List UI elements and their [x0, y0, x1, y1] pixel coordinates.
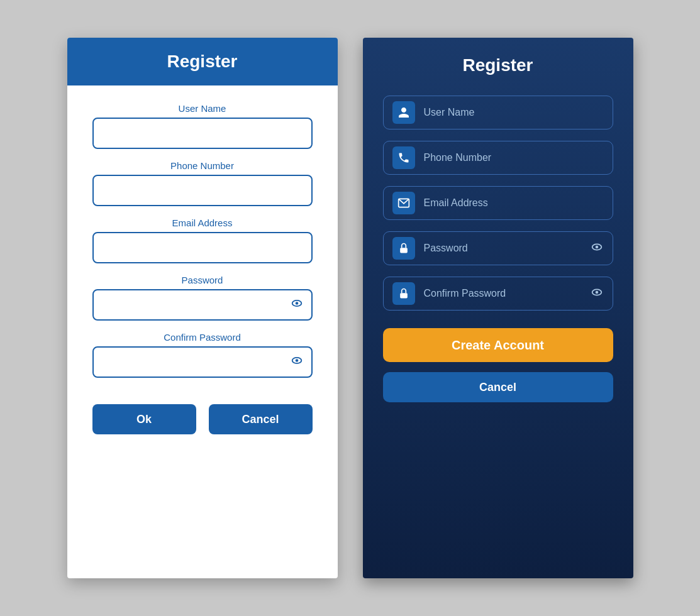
right-card-header: Register [363, 38, 633, 88]
email-field-group: Email Address [92, 217, 313, 263]
left-card-title: Register [67, 52, 338, 72]
username-label: User Name [92, 103, 313, 114]
email-input-wrap [92, 232, 313, 263]
email-label: Email Address [92, 217, 313, 228]
right-card-body: Create Account Cancel [363, 88, 633, 578]
dark-phone-input[interactable] [424, 152, 604, 163]
right-card-title: Register [363, 55, 633, 75]
svg-point-7 [595, 245, 598, 248]
dark-confirm-password-input[interactable] [424, 288, 585, 299]
left-button-row: Ok Cancel [92, 404, 313, 434]
phone-input[interactable] [92, 175, 313, 206]
svg-rect-8 [400, 293, 408, 298]
confirm-password-label: Confirm Password [92, 332, 313, 343]
svg-point-10 [595, 290, 598, 294]
dark-password-input[interactable] [424, 243, 585, 254]
cancel-button-light[interactable]: Cancel [209, 404, 313, 434]
confirm-password-eye-icon[interactable] [290, 354, 304, 371]
confirm-password-input-wrap [92, 346, 313, 378]
phone-icon [392, 146, 415, 169]
left-card-body: User Name Phone Number Email Address Pas… [67, 85, 338, 578]
username-field-group: User Name [92, 103, 313, 149]
phone-field-group: Phone Number [92, 160, 313, 206]
dark-username-input[interactable] [424, 107, 604, 118]
username-input[interactable] [92, 118, 313, 149]
svg-point-3 [295, 359, 298, 362]
confirm-password-input[interactable] [92, 346, 313, 378]
lock-icon [392, 237, 415, 260]
password-field-group: Password [92, 275, 313, 321]
password-label: Password [92, 275, 313, 285]
confirm-password-field-group: Confirm Password [92, 332, 313, 378]
dark-username-field [383, 96, 613, 129]
dark-email-input[interactable] [424, 197, 604, 209]
dark-phone-field [383, 141, 613, 175]
dark-confirm-eye-icon[interactable] [590, 285, 604, 302]
dark-email-field [383, 186, 613, 220]
left-card-header: Register [67, 38, 338, 85]
username-input-wrap [92, 118, 313, 149]
left-register-card: Register User Name Phone Number Email Ad… [67, 38, 338, 578]
ok-button[interactable]: Ok [92, 404, 196, 434]
svg-rect-5 [400, 248, 408, 253]
right-register-card: Register [363, 38, 633, 578]
password-input[interactable] [92, 289, 313, 321]
svg-point-1 [295, 302, 298, 305]
lock-confirm-icon [392, 282, 415, 305]
dark-confirm-field [383, 277, 613, 311]
phone-label: Phone Number [92, 160, 313, 171]
email-input[interactable] [92, 232, 313, 263]
create-account-button[interactable]: Create Account [383, 328, 613, 362]
dark-password-field [383, 231, 613, 265]
user-icon [392, 101, 415, 124]
dark-password-eye-icon[interactable] [590, 240, 604, 257]
password-input-wrap [92, 289, 313, 321]
phone-input-wrap [92, 175, 313, 206]
cancel-button-dark[interactable]: Cancel [383, 372, 613, 402]
password-eye-icon[interactable] [290, 297, 304, 314]
email-icon [392, 192, 415, 214]
